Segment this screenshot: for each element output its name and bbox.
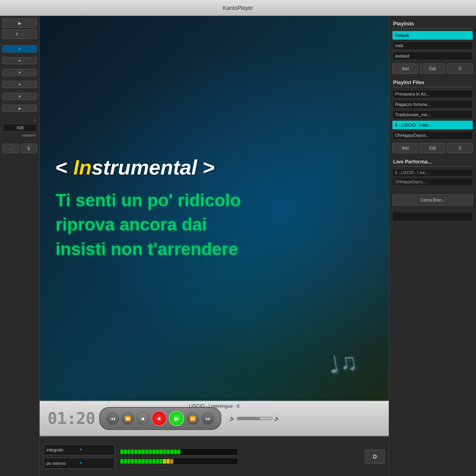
center-content: < Instrumental > Ti senti un po' ridicol… bbox=[40, 16, 389, 476]
live-item-1[interactable]: 6 - LISCIO - I me... bbox=[392, 169, 473, 177]
vu-meter-1 bbox=[119, 448, 238, 455]
live-item-2[interactable]: OhHappyDayco... bbox=[392, 178, 473, 186]
audio-input-label: po interno bbox=[46, 461, 79, 466]
lyric-line-2: riprova ancora dai bbox=[56, 212, 207, 237]
vu-meter-2 bbox=[119, 458, 238, 465]
cessiva-label: ccessiva bbox=[2, 133, 37, 137]
volume-max-icon: 🔊 bbox=[274, 416, 280, 421]
audio-output-dropdown[interactable]: integrato ▼ bbox=[44, 444, 115, 455]
play-small-button[interactable]: ▶ bbox=[2, 18, 37, 28]
play-button[interactable]: ▶ bbox=[169, 411, 184, 426]
file-item-2[interactable]: Ragazzo fortuna... bbox=[392, 100, 473, 109]
record-button[interactable]: ● bbox=[152, 411, 167, 426]
lyric-line-3: insisti non t'arrendere bbox=[56, 237, 238, 261]
file-item-4[interactable]: 6 - LISCIO - I me... bbox=[392, 121, 473, 129]
live-perf-title: Live Performa... bbox=[392, 157, 473, 167]
playlist-edit-button[interactable]: Edit bbox=[420, 63, 445, 74]
control-btn-5[interactable]: ▶ bbox=[2, 105, 37, 112]
control-btn-1[interactable]: ▼ bbox=[2, 57, 37, 64]
track-name: LISCIO - I merengue - 6 bbox=[189, 403, 240, 409]
playlists-title: Playlists bbox=[392, 19, 473, 29]
left-sidebar: ▶ E ... ▼ ▼ ▼ ▼ ▼ ▶ c -500 ccessiva ... … bbox=[0, 16, 40, 476]
bottom-d-button[interactable]: D bbox=[365, 449, 385, 464]
dollar-btn[interactable]: $ bbox=[21, 144, 37, 153]
control-btn-4[interactable]: ▼ bbox=[2, 93, 37, 100]
files-add-button[interactable]: Add bbox=[392, 143, 418, 153]
files-actions-row: Add Edit D bbox=[392, 143, 473, 153]
lyrics-container: < Instrumental > Ti senti un po' ridicol… bbox=[40, 16, 389, 401]
carica-button[interactable]: Carica Bran... bbox=[392, 194, 473, 205]
transport-controls: ⏮ ⏪ ■ ● ▶ ⏩ ⏭ bbox=[99, 407, 221, 430]
file-item-1[interactable]: Primavera In An... bbox=[392, 90, 473, 98]
volume-icon: 🔈 bbox=[229, 416, 235, 421]
control-btn-3[interactable]: ▼ bbox=[2, 81, 37, 88]
playlist-add-button[interactable]: Add bbox=[392, 63, 418, 74]
file-item-5[interactable]: OhHappyDayco... bbox=[392, 131, 473, 140]
dots-button[interactable]: E ... bbox=[2, 29, 37, 39]
right-sidebar: Playlists Default midi asdasd Add Edit D… bbox=[389, 16, 476, 476]
stop-button[interactable]: ■ bbox=[136, 412, 149, 425]
rewind-button[interactable]: ⏪ bbox=[121, 412, 134, 425]
bottom-bar: integrato ▼ po interno ▼ bbox=[40, 436, 389, 476]
playlist-actions-row: Add Edit D bbox=[392, 63, 473, 74]
dropdown2-arrow: ▼ bbox=[79, 461, 112, 465]
audio-input-dropdown[interactable]: po interno ▼ bbox=[44, 458, 115, 469]
app-title: KantoPlayer bbox=[223, 5, 253, 11]
lyric-line-1: Ti senti un po' ridicolo bbox=[56, 188, 241, 213]
playlist-d-button[interactable]: D bbox=[447, 63, 473, 74]
file-item-3[interactable]: Tradizionale_me... bbox=[392, 110, 473, 119]
bottom-input-field[interactable] bbox=[392, 212, 473, 221]
number-display: -500 bbox=[2, 124, 37, 132]
volume-control: 🔈 🔊 bbox=[229, 416, 280, 421]
playlist-item-default[interactable]: Default bbox=[392, 31, 473, 40]
volume-slider[interactable] bbox=[237, 417, 273, 420]
video-display: < Instrumental > Ti senti un po' ridicol… bbox=[40, 16, 389, 401]
dropdown1-arrow: ▼ bbox=[79, 448, 112, 451]
music-notes-decoration: ♩♫ bbox=[326, 347, 359, 379]
files-edit-button[interactable]: Edit bbox=[420, 143, 445, 153]
playlist-item-asdasd[interactable]: asdasd bbox=[392, 52, 473, 60]
forward-button[interactable]: ⏩ bbox=[186, 412, 199, 425]
playlist-files-title: Playlist Files bbox=[392, 78, 473, 87]
instrumental-line: < Instrumental > bbox=[56, 155, 215, 180]
inst-prefix: < bbox=[56, 156, 73, 179]
dots-btn-small[interactable]: ... bbox=[2, 144, 19, 153]
inst-highlight-in: In bbox=[73, 156, 92, 179]
audio-output-label: integrato bbox=[46, 447, 79, 452]
transport-bar: LISCIO - I merengue - 6 01:20 ⏮ ⏪ ■ ● ▶ … bbox=[40, 401, 389, 436]
prev-track-button[interactable]: ⏮ bbox=[106, 412, 119, 425]
main-container: ▶ E ... ▼ ▼ ▼ ▼ ▼ ▶ c -500 ccessiva ... … bbox=[0, 16, 476, 476]
playlist-item-midi[interactable]: midi bbox=[392, 41, 473, 50]
c-label: c bbox=[2, 118, 37, 122]
next-track-button[interactable]: ⏭ bbox=[202, 412, 214, 425]
vu-meters bbox=[119, 445, 238, 468]
title-bar: KantoPlayer bbox=[0, 0, 476, 16]
files-d-button[interactable]: D bbox=[447, 143, 473, 153]
time-display: 01:20 bbox=[48, 409, 95, 428]
inst-suffix: > bbox=[197, 156, 215, 179]
inst-str: strumental bbox=[92, 156, 197, 179]
control-btn-2[interactable]: ▼ bbox=[2, 69, 37, 76]
blue-dropdown-btn[interactable]: ▼ bbox=[2, 45, 37, 52]
